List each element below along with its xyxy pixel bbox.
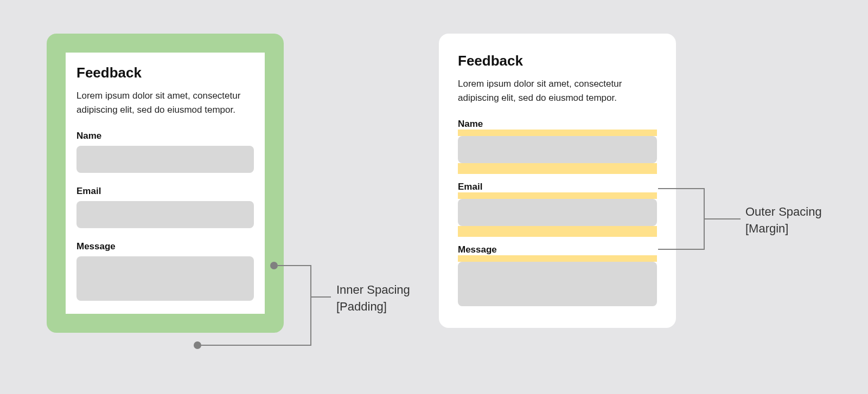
margin-highlight-top xyxy=(458,130,657,136)
form-description: Lorem ipsum dolor sit amet, consectetur … xyxy=(458,77,657,106)
message-label: Message xyxy=(458,244,657,255)
name-input[interactable] xyxy=(76,146,254,173)
padding-annotation-line2: [Padding] xyxy=(336,299,410,315)
email-input[interactable] xyxy=(76,201,254,228)
margin-highlight-bottom xyxy=(458,163,657,174)
padding-annotation-line1: Inner Spacing xyxy=(336,282,410,299)
form-title: Feedback xyxy=(76,64,254,81)
field-email: Email xyxy=(458,182,657,237)
margin-demo-card: Feedback Lorem ipsum dolor sit amet, con… xyxy=(439,34,676,328)
field-name: Name xyxy=(458,119,657,174)
name-input[interactable] xyxy=(458,136,657,163)
message-input[interactable] xyxy=(76,256,254,301)
email-input[interactable] xyxy=(458,199,657,226)
margin-highlight-top xyxy=(458,255,657,262)
margin-annotation-line1: Outer Spacing xyxy=(745,204,822,221)
margin-highlight-top xyxy=(458,192,657,199)
field-name: Name xyxy=(76,131,254,173)
padding-dot-bottom xyxy=(194,341,201,349)
name-label: Name xyxy=(76,131,254,141)
padding-demo-inner: Feedback Lorem ipsum dolor sit amet, con… xyxy=(66,53,265,314)
padding-demo-card: Feedback Lorem ipsum dolor sit amet, con… xyxy=(47,34,284,333)
email-label: Email xyxy=(458,182,657,192)
padding-dot-right xyxy=(270,262,278,269)
message-label: Message xyxy=(76,241,254,252)
margin-annotation: Outer Spacing [Margin] xyxy=(745,204,822,237)
field-message: Message xyxy=(76,241,254,301)
padding-annotation: Inner Spacing [Padding] xyxy=(336,282,410,315)
form-description: Lorem ipsum dolor sit amet, consectetur … xyxy=(76,89,254,118)
message-input[interactable] xyxy=(458,262,657,306)
field-message: Message xyxy=(458,244,657,306)
field-email: Email xyxy=(76,186,254,228)
name-label: Name xyxy=(458,119,657,130)
email-label: Email xyxy=(76,186,254,197)
margin-highlight-bottom xyxy=(458,226,657,237)
form-title: Feedback xyxy=(458,53,657,69)
margin-annotation-line2: [Margin] xyxy=(745,221,822,237)
